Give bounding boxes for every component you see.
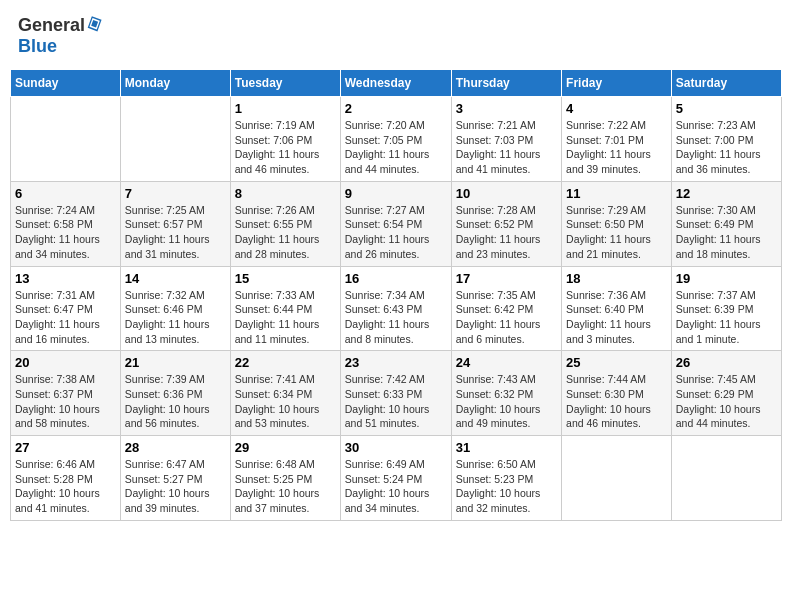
- cell-info: Sunrise: 7:23 AM Sunset: 7:00 PM Dayligh…: [676, 118, 777, 177]
- cell-info: Sunrise: 7:37 AM Sunset: 6:39 PM Dayligh…: [676, 288, 777, 347]
- calendar-cell: [562, 436, 672, 521]
- calendar-table: SundayMondayTuesdayWednesdayThursdayFrid…: [10, 69, 782, 521]
- calendar-cell: [11, 97, 121, 182]
- day-number: 10: [456, 186, 557, 201]
- calendar-cell: 2Sunrise: 7:20 AM Sunset: 7:05 PM Daylig…: [340, 97, 451, 182]
- calendar-cell: 24Sunrise: 7:43 AM Sunset: 6:32 PM Dayli…: [451, 351, 561, 436]
- cell-info: Sunrise: 7:19 AM Sunset: 7:06 PM Dayligh…: [235, 118, 336, 177]
- day-number: 27: [15, 440, 116, 455]
- cell-info: Sunrise: 7:35 AM Sunset: 6:42 PM Dayligh…: [456, 288, 557, 347]
- day-number: 22: [235, 355, 336, 370]
- calendar-cell: [671, 436, 781, 521]
- cell-info: Sunrise: 6:47 AM Sunset: 5:27 PM Dayligh…: [125, 457, 226, 516]
- calendar-week-row: 27Sunrise: 6:46 AM Sunset: 5:28 PM Dayli…: [11, 436, 782, 521]
- cell-info: Sunrise: 7:41 AM Sunset: 6:34 PM Dayligh…: [235, 372, 336, 431]
- day-number: 7: [125, 186, 226, 201]
- calendar-cell: 15Sunrise: 7:33 AM Sunset: 6:44 PM Dayli…: [230, 266, 340, 351]
- cell-info: Sunrise: 7:38 AM Sunset: 6:37 PM Dayligh…: [15, 372, 116, 431]
- cell-info: Sunrise: 7:27 AM Sunset: 6:54 PM Dayligh…: [345, 203, 447, 262]
- calendar-cell: 31Sunrise: 6:50 AM Sunset: 5:23 PM Dayli…: [451, 436, 561, 521]
- calendar-cell: 29Sunrise: 6:48 AM Sunset: 5:25 PM Dayli…: [230, 436, 340, 521]
- day-number: 24: [456, 355, 557, 370]
- cell-info: Sunrise: 7:21 AM Sunset: 7:03 PM Dayligh…: [456, 118, 557, 177]
- cell-info: Sunrise: 7:24 AM Sunset: 6:58 PM Dayligh…: [15, 203, 116, 262]
- calendar-cell: 14Sunrise: 7:32 AM Sunset: 6:46 PM Dayli…: [120, 266, 230, 351]
- logo-blue-text: Blue: [18, 36, 57, 56]
- cell-info: Sunrise: 7:45 AM Sunset: 6:29 PM Dayligh…: [676, 372, 777, 431]
- cell-info: Sunrise: 7:28 AM Sunset: 6:52 PM Dayligh…: [456, 203, 557, 262]
- cell-info: Sunrise: 7:34 AM Sunset: 6:43 PM Dayligh…: [345, 288, 447, 347]
- calendar-cell: 20Sunrise: 7:38 AM Sunset: 6:37 PM Dayli…: [11, 351, 121, 436]
- calendar-cell: 16Sunrise: 7:34 AM Sunset: 6:43 PM Dayli…: [340, 266, 451, 351]
- day-number: 28: [125, 440, 226, 455]
- logo-flag-icon: [87, 14, 105, 36]
- cell-info: Sunrise: 7:20 AM Sunset: 7:05 PM Dayligh…: [345, 118, 447, 177]
- cell-info: Sunrise: 7:25 AM Sunset: 6:57 PM Dayligh…: [125, 203, 226, 262]
- day-of-week-header: Wednesday: [340, 70, 451, 97]
- cell-info: Sunrise: 7:26 AM Sunset: 6:55 PM Dayligh…: [235, 203, 336, 262]
- day-number: 4: [566, 101, 667, 116]
- cell-info: Sunrise: 6:50 AM Sunset: 5:23 PM Dayligh…: [456, 457, 557, 516]
- day-number: 31: [456, 440, 557, 455]
- calendar-cell: 18Sunrise: 7:36 AM Sunset: 6:40 PM Dayli…: [562, 266, 672, 351]
- day-of-week-header: Thursday: [451, 70, 561, 97]
- day-number: 13: [15, 271, 116, 286]
- day-number: 12: [676, 186, 777, 201]
- day-number: 21: [125, 355, 226, 370]
- calendar-cell: [120, 97, 230, 182]
- calendar-week-row: 13Sunrise: 7:31 AM Sunset: 6:47 PM Dayli…: [11, 266, 782, 351]
- day-number: 15: [235, 271, 336, 286]
- cell-info: Sunrise: 7:30 AM Sunset: 6:49 PM Dayligh…: [676, 203, 777, 262]
- day-number: 29: [235, 440, 336, 455]
- day-of-week-header: Saturday: [671, 70, 781, 97]
- calendar-cell: 9Sunrise: 7:27 AM Sunset: 6:54 PM Daylig…: [340, 181, 451, 266]
- calendar-cell: 30Sunrise: 6:49 AM Sunset: 5:24 PM Dayli…: [340, 436, 451, 521]
- calendar-cell: 1Sunrise: 7:19 AM Sunset: 7:06 PM Daylig…: [230, 97, 340, 182]
- cell-info: Sunrise: 7:32 AM Sunset: 6:46 PM Dayligh…: [125, 288, 226, 347]
- day-number: 2: [345, 101, 447, 116]
- calendar-cell: 6Sunrise: 7:24 AM Sunset: 6:58 PM Daylig…: [11, 181, 121, 266]
- calendar-cell: 26Sunrise: 7:45 AM Sunset: 6:29 PM Dayli…: [671, 351, 781, 436]
- calendar-week-row: 1Sunrise: 7:19 AM Sunset: 7:06 PM Daylig…: [11, 97, 782, 182]
- cell-info: Sunrise: 7:29 AM Sunset: 6:50 PM Dayligh…: [566, 203, 667, 262]
- cell-info: Sunrise: 7:22 AM Sunset: 7:01 PM Dayligh…: [566, 118, 667, 177]
- cell-info: Sunrise: 7:39 AM Sunset: 6:36 PM Dayligh…: [125, 372, 226, 431]
- logo: General Blue: [18, 14, 105, 57]
- calendar-cell: 22Sunrise: 7:41 AM Sunset: 6:34 PM Dayli…: [230, 351, 340, 436]
- day-of-week-header: Sunday: [11, 70, 121, 97]
- day-number: 19: [676, 271, 777, 286]
- day-number: 8: [235, 186, 336, 201]
- calendar-cell: 27Sunrise: 6:46 AM Sunset: 5:28 PM Dayli…: [11, 436, 121, 521]
- calendar-cell: 4Sunrise: 7:22 AM Sunset: 7:01 PM Daylig…: [562, 97, 672, 182]
- calendar-cell: 19Sunrise: 7:37 AM Sunset: 6:39 PM Dayli…: [671, 266, 781, 351]
- day-number: 26: [676, 355, 777, 370]
- day-of-week-header: Friday: [562, 70, 672, 97]
- calendar-cell: 11Sunrise: 7:29 AM Sunset: 6:50 PM Dayli…: [562, 181, 672, 266]
- day-number: 25: [566, 355, 667, 370]
- cell-info: Sunrise: 7:33 AM Sunset: 6:44 PM Dayligh…: [235, 288, 336, 347]
- day-number: 20: [15, 355, 116, 370]
- day-number: 11: [566, 186, 667, 201]
- calendar-cell: 12Sunrise: 7:30 AM Sunset: 6:49 PM Dayli…: [671, 181, 781, 266]
- day-number: 17: [456, 271, 557, 286]
- calendar-cell: 25Sunrise: 7:44 AM Sunset: 6:30 PM Dayli…: [562, 351, 672, 436]
- day-of-week-header: Monday: [120, 70, 230, 97]
- calendar-cell: 8Sunrise: 7:26 AM Sunset: 6:55 PM Daylig…: [230, 181, 340, 266]
- day-number: 6: [15, 186, 116, 201]
- cell-info: Sunrise: 7:44 AM Sunset: 6:30 PM Dayligh…: [566, 372, 667, 431]
- cell-info: Sunrise: 7:31 AM Sunset: 6:47 PM Dayligh…: [15, 288, 116, 347]
- day-number: 30: [345, 440, 447, 455]
- calendar-cell: 10Sunrise: 7:28 AM Sunset: 6:52 PM Dayli…: [451, 181, 561, 266]
- calendar-week-row: 20Sunrise: 7:38 AM Sunset: 6:37 PM Dayli…: [11, 351, 782, 436]
- calendar-cell: 28Sunrise: 6:47 AM Sunset: 5:27 PM Dayli…: [120, 436, 230, 521]
- day-number: 23: [345, 355, 447, 370]
- cell-info: Sunrise: 7:42 AM Sunset: 6:33 PM Dayligh…: [345, 372, 447, 431]
- calendar-cell: 17Sunrise: 7:35 AM Sunset: 6:42 PM Dayli…: [451, 266, 561, 351]
- day-number: 3: [456, 101, 557, 116]
- cell-info: Sunrise: 7:43 AM Sunset: 6:32 PM Dayligh…: [456, 372, 557, 431]
- cell-info: Sunrise: 6:46 AM Sunset: 5:28 PM Dayligh…: [15, 457, 116, 516]
- calendar-week-row: 6Sunrise: 7:24 AM Sunset: 6:58 PM Daylig…: [11, 181, 782, 266]
- cell-info: Sunrise: 7:36 AM Sunset: 6:40 PM Dayligh…: [566, 288, 667, 347]
- day-number: 16: [345, 271, 447, 286]
- calendar-header-row: SundayMondayTuesdayWednesdayThursdayFrid…: [11, 70, 782, 97]
